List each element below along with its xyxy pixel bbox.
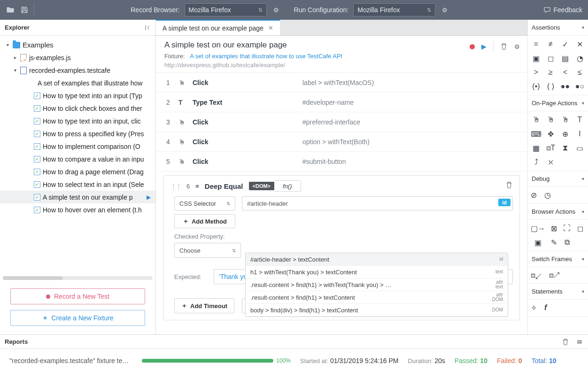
dblclick-icon[interactable]: 🖱: [560, 115, 571, 124]
collapse-reports-icon[interactable]: [576, 338, 583, 346]
collapse-left-icon[interactable]: [144, 24, 151, 31]
chevron-down-icon[interactable]: ▾: [5, 42, 10, 47]
test-item[interactable]: How to compare a value in an inpu: [0, 153, 155, 165]
report-run-name[interactable]: "recorded-examples.testcafe" fixture te…: [9, 357, 129, 364]
add-method-button[interactable]: ＋ Add Method: [174, 214, 235, 228]
tree-file-js[interactable]: ▸ js-examples.js: [0, 51, 155, 64]
suggestion-item[interactable]: #article-header > textContentid: [246, 253, 508, 266]
record-browser-dropdown[interactable]: Mozilla Firefox ⇅: [185, 3, 267, 16]
drag-to-icon[interactable]: ⊕: [560, 129, 571, 139]
test-item[interactable]: How to type text into an input (Typ: [0, 89, 155, 102]
navigate-icon[interactable]: ▢→: [531, 224, 545, 233]
tree-folder[interactable]: ▾ Examples: [0, 39, 155, 51]
define-function-icon[interactable]: f: [544, 303, 547, 312]
select-editable-icon[interactable]: ▦: [531, 143, 542, 153]
test-item[interactable]: How to implement comparison (O: [0, 140, 155, 153]
equals-icon[interactable]: =: [531, 39, 542, 49]
chevron-right-icon[interactable]: ▸: [12, 55, 18, 60]
within-icon[interactable]: (•): [531, 82, 542, 91]
sketch-icon[interactable]: ✎: [549, 238, 558, 247]
lt-icon[interactable]: <: [560, 68, 571, 77]
ok-icon[interactable]: ✓: [560, 39, 571, 49]
rclick-icon[interactable]: 🖱: [545, 115, 556, 124]
tree-file-testcafe[interactable]: ▾ recorded-examples.testcafe: [0, 64, 155, 77]
clear-upload-icon[interactable]: ⤫: [545, 157, 556, 167]
gte-icon[interactable]: ≥: [545, 68, 556, 77]
screenshot-icon[interactable]: ▣: [531, 238, 545, 247]
drag-icon[interactable]: ✥: [545, 129, 556, 139]
not-equals-icon[interactable]: ≠: [545, 39, 556, 49]
explorer-horizontal-scrollbar[interactable]: [3, 276, 153, 280]
checked-property-dropdown[interactable]: Choose ⇅: [174, 243, 241, 258]
create-new-fixture-button[interactable]: ＋ Create a New Fixture: [10, 310, 145, 326]
switch-frames-header[interactable]: Switch Frames▾: [528, 251, 588, 267]
assertions-panel-header[interactable]: Assertions▾: [528, 20, 588, 36]
fixture-link[interactable]: A set of examples that illustrate how to…: [190, 53, 342, 60]
wait-icon[interactable]: ⧗: [560, 143, 571, 153]
save-icon[interactable]: [20, 5, 29, 15]
run-settings-gear-icon[interactable]: ⚙: [440, 5, 449, 15]
play-icon[interactable]: ▶: [481, 43, 487, 50]
gt-icon[interactable]: >: [531, 68, 542, 77]
contains-icon[interactable]: ▣: [531, 54, 542, 63]
test-item[interactable]: How to select text in an input (Sele: [0, 178, 155, 191]
suggestion-item[interactable]: body > find(div) > find(h1) > textConten…: [246, 304, 508, 317]
not-typeof-icon[interactable]: ●○: [574, 82, 585, 91]
browser-actions-header[interactable]: Browser Actions▾: [528, 204, 588, 220]
type-text-icon[interactable]: T: [574, 115, 585, 124]
record-new-test-button[interactable]: Record a New Test: [10, 288, 145, 304]
define-element-icon[interactable]: ✧: [531, 303, 537, 312]
dom-fn-toggle[interactable]: <DOM> fn(): [249, 180, 301, 192]
test-item[interactable]: How to drag a page element (Drag: [0, 165, 155, 178]
test-item[interactable]: How to press a specified key (Pres: [0, 127, 155, 140]
speed-icon[interactable]: ◷: [544, 191, 551, 200]
select-text-icon[interactable]: I: [574, 129, 585, 139]
add-timeout-button[interactable]: ＋ Add Timeout: [174, 298, 234, 313]
trash-icon[interactable]: [500, 43, 508, 50]
switch-to-iframe-icon[interactable]: ⧈↙: [531, 271, 542, 279]
upload-icon[interactable]: ⤴: [531, 157, 542, 167]
suggestion-item[interactable]: .result-content > find(h1) > withText(Th…: [246, 279, 508, 291]
clear-reports-icon[interactable]: [562, 338, 569, 346]
run-config-dropdown[interactable]: Mozilla Firefox ⇅: [353, 3, 435, 16]
test-item[interactable]: A simple test on our example p▶: [0, 191, 155, 203]
step-row[interactable]: 4🖱Clickoption > withText(Both): [156, 132, 527, 152]
dom-badge[interactable]: <DOM>: [249, 182, 275, 190]
not-ok-icon[interactable]: ✕: [574, 39, 585, 49]
statements-header[interactable]: Statements▾: [528, 284, 588, 300]
gear-icon[interactable]: ⚙: [514, 43, 520, 50]
delete-step-icon[interactable]: [505, 181, 513, 189]
play-icon[interactable]: ▶: [147, 194, 151, 201]
close-icon[interactable]: ✕: [268, 24, 273, 31]
selector-type-dropdown[interactable]: CSS Selector ⇅: [174, 196, 235, 210]
drag-handle-icon[interactable]: ⋮⋮: [170, 183, 181, 190]
editor-tab[interactable]: A simple test on our example page ✕: [156, 20, 280, 35]
test-item[interactable]: How to hover over an element (t.h: [0, 203, 155, 216]
record-settings-gear-icon[interactable]: ⚙: [271, 5, 281, 15]
debug-panel-header[interactable]: Debug▾: [528, 171, 588, 187]
not-within-icon[interactable]: ( ): [545, 82, 556, 91]
not-match-icon[interactable]: ◔: [574, 54, 585, 63]
test-item[interactable]: How to click check boxes and ther: [0, 102, 155, 115]
switch-to-main-icon[interactable]: ⧈↗: [549, 271, 560, 279]
chevron-down-icon[interactable]: ▾: [12, 68, 18, 73]
open-folder-icon[interactable]: [6, 5, 15, 15]
not-contains-icon[interactable]: ◻: [545, 54, 556, 63]
resize-icon[interactable]: ⛶: [562, 224, 572, 233]
fn-option[interactable]: fn(): [274, 180, 301, 192]
feedback-button[interactable]: Feedback: [543, 6, 582, 14]
typeof-icon[interactable]: ●●: [560, 82, 571, 91]
step-row[interactable]: 5🖱Click#submit-button: [156, 152, 527, 171]
selector-input[interactable]: #article-header: [242, 196, 513, 210]
hover-icon[interactable]: ▭: [574, 143, 585, 153]
step-row[interactable]: 2TType Text#developer-name: [156, 93, 527, 112]
press-key-icon[interactable]: ⌨: [531, 129, 542, 139]
suggestion-item[interactable]: .result-content > find(h1) > textContent…: [246, 291, 508, 304]
debug-icon[interactable]: ⊘: [531, 191, 537, 200]
click-icon[interactable]: 🖱: [531, 115, 542, 124]
close-window-icon[interactable]: ⊠: [549, 224, 558, 233]
resize-to-fit-icon[interactable]: ⧉: [562, 238, 572, 247]
step-row[interactable]: 3🖱Click#preferred-interface: [156, 112, 527, 132]
record-indicator-icon[interactable]: [470, 44, 475, 49]
test-item[interactable]: How to type text into an input, clic: [0, 115, 155, 127]
